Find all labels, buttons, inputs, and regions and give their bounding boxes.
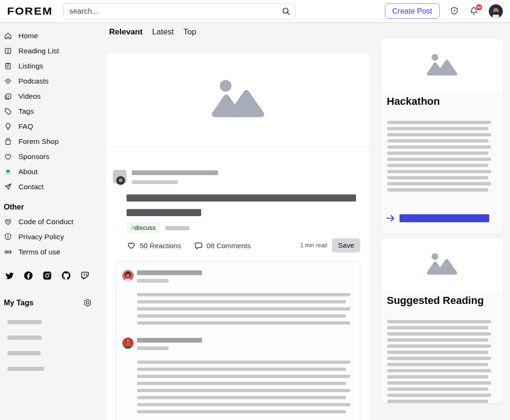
notifications-bell-button[interactable]: 99: [469, 6, 479, 16]
image-placeholder-icon: [424, 252, 460, 278]
comments-section: [116, 261, 360, 420]
skeleton-bar: [8, 320, 42, 324]
skeleton-author-name: [132, 170, 218, 175]
hackathon-text-skeleton: [387, 121, 497, 192]
notification-badge: 99: [476, 4, 482, 10]
skeleton-tag: [165, 226, 189, 230]
article-title-skeleton: [127, 194, 356, 216]
gear-icon[interactable]: [83, 298, 92, 307]
skeleton-line: [387, 139, 488, 143]
sidebar-item-label: Listings: [18, 62, 43, 70]
comment-body-skeleton: [137, 361, 350, 413]
skeleton-line: [387, 375, 488, 378]
skeleton-line: [387, 387, 488, 391]
forem-logo[interactable]: FOREM: [7, 5, 53, 17]
my-tags-skeleton: [8, 320, 106, 371]
skeleton-line: [137, 321, 350, 325]
sidebar-item-faq[interactable]: FAQ: [0, 119, 106, 134]
reactions-count: 50 Reactions: [140, 242, 181, 250]
sidebar-item-code-of-conduct[interactable]: Code of Conduct: [0, 214, 106, 229]
sidebar-item-videos[interactable]: Videos: [0, 89, 106, 104]
skeleton-line: [387, 381, 491, 385]
skeleton-title-line: [127, 209, 201, 216]
skeleton-line: [137, 382, 346, 385]
sidebar-item-label: Podcasts: [18, 77, 49, 85]
comment-skeleton: [122, 337, 350, 413]
twitch-icon[interactable]: [80, 271, 90, 280]
search-icon: [281, 7, 291, 18]
skeleton-comment-date: [137, 279, 169, 283]
org-avatar-placeholder[interactable]: [113, 170, 127, 184]
tag-discuss[interactable]: #discuss: [127, 222, 160, 234]
instagram-icon[interactable]: [42, 271, 52, 280]
forem-badge-icon: [4, 168, 12, 176]
twitter-icon[interactable]: [5, 271, 14, 280]
tag-icon: [4, 107, 12, 116]
sidebar-item-home[interactable]: Home: [0, 28, 106, 43]
feed-tabs: Relevant Latest Top: [106, 23, 369, 37]
skeleton-line: [387, 145, 491, 149]
tab-top[interactable]: Top: [183, 27, 196, 37]
heart-icon: [127, 241, 136, 250]
sidebar-item-label: Contact: [18, 183, 43, 191]
sidebar-item-reading-list[interactable]: Reading List: [0, 43, 106, 59]
hackathon-card: Hackathon: [381, 39, 503, 234]
comment-skeleton: [122, 270, 350, 325]
skeleton-line: [387, 182, 491, 185]
sidebar-item-label: Reading List: [18, 47, 59, 55]
commenter-avatar[interactable]: [122, 270, 134, 281]
video-icon: [4, 92, 12, 101]
reactions-button[interactable]: 50 Reactions: [127, 238, 181, 253]
article-actions-row: 50 Reactions 08 Comments 1 min read Save: [127, 238, 360, 253]
tab-relevant[interactable]: Relevant: [109, 27, 143, 37]
shopping-bag-icon: [4, 137, 12, 146]
skeleton-link-bar: [400, 214, 489, 222]
create-post-button[interactable]: Create Post: [385, 3, 440, 19]
facebook-icon[interactable]: [24, 271, 33, 280]
skeleton-comment-date: [137, 346, 169, 350]
github-icon[interactable]: [61, 271, 71, 280]
heart-icon: [4, 152, 12, 161]
listings-icon: [4, 62, 12, 70]
skeleton-line: [387, 326, 488, 329]
sidebar-item-podcasts[interactable]: Podcasts: [0, 74, 106, 89]
sidebar-item-forem-shop[interactable]: Forem Shop: [0, 134, 106, 149]
my-tags-header: My Tags: [4, 298, 92, 307]
book-icon: [4, 47, 12, 55]
skeleton-line: [387, 133, 491, 136]
sidebar-nav: Home Reading List Listings Podcasts Vide…: [0, 28, 106, 194]
skeleton-line: [387, 363, 488, 366]
user-avatar[interactable]: [489, 4, 503, 18]
sidebar-item-privacy-policy[interactable]: Privacy Policy: [0, 229, 106, 244]
tab-latest[interactable]: Latest: [152, 27, 174, 37]
suggested-reading-title: Suggested Reading: [387, 294, 497, 307]
sidebar-item-sponsors[interactable]: Sponsors: [0, 149, 106, 164]
main-feed: Relevant Latest Top: [106, 23, 369, 420]
sidebar-item-tags[interactable]: Tags: [0, 104, 106, 119]
save-button[interactable]: Save: [332, 238, 360, 252]
article-tags-row: #discuss: [127, 222, 369, 234]
search-input[interactable]: [63, 3, 296, 19]
search-bar: [63, 3, 296, 19]
sidebar-item-about[interactable]: About: [0, 164, 106, 179]
sidebar-item-terms-of-use[interactable]: Terms of use: [0, 244, 106, 260]
moderation-shield-button[interactable]: [450, 7, 459, 16]
comments-button[interactable]: 08 Comments: [194, 238, 251, 253]
hackathon-cta-link[interactable]: [385, 213, 503, 234]
author-avatar[interactable]: [116, 176, 125, 185]
skeleton-line: [387, 127, 488, 130]
skeleton-line: [137, 314, 346, 318]
commenter-avatar[interactable]: [122, 337, 134, 349]
skeleton-line: [137, 368, 346, 371]
skeleton-commenter-name: [137, 338, 202, 343]
skeleton-line: [387, 121, 491, 124]
sidebar-item-contact[interactable]: Contact: [0, 179, 106, 194]
read-time: 1 min read: [300, 242, 327, 249]
shield-info-icon: [4, 233, 12, 241]
lightbulb-icon: [4, 122, 12, 131]
suggested-reading-image-placeholder: [381, 238, 503, 291]
sidebar-item-listings[interactable]: Listings: [0, 59, 106, 74]
skeleton-line: [387, 344, 491, 348]
skeleton-line: [137, 361, 350, 364]
article-cover-placeholder: [106, 53, 369, 147]
